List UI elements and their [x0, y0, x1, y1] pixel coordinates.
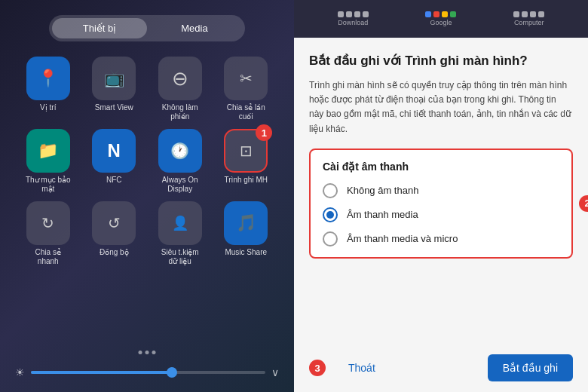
- page-dots: [139, 351, 156, 354]
- qs-nfc[interactable]: N NFC: [85, 129, 144, 194]
- start-record-button[interactable]: Bắt đầu ghi: [488, 354, 573, 381]
- dialog-content: Bắt đầu ghi với Trình ghi màn hình? Trìn…: [294, 38, 588, 344]
- alwayson-icon-bg: 🕐: [158, 129, 202, 173]
- brightness-fill: [31, 371, 172, 374]
- strip-dot: [530, 11, 536, 17]
- strip-dot-red: [433, 11, 439, 17]
- qs-datasaver[interactable]: 👤 Siêu t.kiệm dữ liệu: [151, 201, 210, 266]
- strip-dot-green: [450, 11, 456, 17]
- qs-quickshare-label: Chia sẻ nhanh: [26, 248, 71, 266]
- strip-google-label: Google: [430, 19, 452, 26]
- strip-computer: Computer: [513, 11, 544, 26]
- qs-alwayson[interactable]: 🕐 Always On Display: [151, 129, 210, 194]
- dialog-description: Trình ghi màn hình sẽ có quyền truy cập …: [309, 78, 573, 136]
- radio-inner-2: [326, 211, 334, 219]
- qs-screenrec[interactable]: ⊡ 1 Trình ghi MH: [217, 129, 276, 194]
- qs-location[interactable]: 📍 Vị trí: [19, 57, 78, 121]
- qs-sharelastshot-label: Chia sẻ lần cuối: [223, 103, 268, 121]
- screenrec-icon-bg: ⊡ 1: [224, 129, 268, 173]
- qs-quickshare[interactable]: ↻ Chia sẻ nhanh: [19, 201, 78, 266]
- radio-label-2: Âm thanh media: [347, 209, 418, 220]
- qs-smartview[interactable]: 📺 Smart View: [85, 57, 144, 121]
- musicshare-icon-bg: 🎵: [224, 201, 268, 245]
- cancel-button[interactable]: Thoát: [348, 362, 375, 374]
- qs-sharelastshot[interactable]: ✂ Chia sẻ lần cuối: [217, 57, 276, 121]
- strip-google: Google: [425, 11, 456, 26]
- strip-dot-yellow: [442, 11, 448, 17]
- top-strip: Download Google Computer: [294, 0, 588, 38]
- strip-dot: [354, 11, 360, 17]
- strip-dot: [522, 11, 528, 17]
- qs-screenrec-label: Trình ghi MH: [225, 176, 268, 185]
- strip-download-icons: [338, 11, 369, 17]
- radio-label-3: Âm thanh media và micro: [347, 233, 458, 244]
- qs-nfc-label: NFC: [106, 176, 122, 185]
- qs-secfolder-label: Thư mục bảo mật: [26, 176, 71, 194]
- strip-dot-blue: [425, 11, 431, 17]
- audio-section-wrapper: Cài đặt âm thanh Không âm thanh Âm thanh…: [309, 149, 573, 259]
- qs-donotdisturb[interactable]: ⊖ Không làm phiền: [151, 57, 210, 121]
- qs-datasaver-label: Siêu t.kiệm dữ liệu: [158, 248, 203, 266]
- badge-3: 3: [309, 360, 326, 376]
- radio-circle-2: [323, 207, 338, 222]
- strip-computer-icons: [513, 11, 544, 17]
- quickshare-icon-bg: ↻: [26, 201, 70, 245]
- qs-sync-label: Đồng bộ: [100, 248, 129, 257]
- tab-media[interactable]: Media: [147, 18, 242, 38]
- quick-settings-grid: 📍 Vị trí 📺 Smart View ⊖ Không làm phiền …: [19, 57, 275, 266]
- smartview-icon-bg: 📺: [92, 57, 136, 100]
- datasaver-icon-bg: 👤: [158, 201, 202, 245]
- radio-label-1: Không âm thanh: [347, 185, 418, 196]
- badge-2: 2: [579, 195, 588, 212]
- strip-download-label: Download: [338, 19, 368, 26]
- strip-dot: [538, 11, 544, 17]
- brightness-handle: [167, 367, 177, 378]
- sync-icon-bg: ↺: [92, 201, 136, 245]
- secfolder-icon-bg: 📁: [26, 129, 70, 173]
- dialog-footer: 3 Thoát Bắt đầu ghi: [294, 344, 588, 392]
- chevron-down-icon[interactable]: ∨: [271, 366, 279, 378]
- radio-media-audio[interactable]: Âm thanh media: [323, 207, 559, 222]
- brightness-low-icon: ☀: [15, 366, 25, 378]
- dot-1: [139, 351, 142, 354]
- audio-box-title: Cài đặt âm thanh: [323, 161, 559, 173]
- radio-media-mic[interactable]: Âm thanh media và micro: [323, 231, 559, 247]
- qs-donotdisturb-label: Không làm phiền: [158, 103, 203, 121]
- location-icon-bg: 📍: [26, 57, 70, 100]
- sharelastshot-icon-bg: ✂: [224, 57, 268, 100]
- strip-dot: [513, 11, 519, 17]
- qs-musicshare-label: Music Share: [225, 248, 267, 257]
- dot-3: [152, 351, 156, 354]
- right-panel: Download Google Computer Bắt đầu ghi với…: [294, 0, 588, 392]
- radio-circle-3: [323, 231, 338, 247]
- qs-sync[interactable]: ↺ Đồng bộ: [85, 201, 144, 266]
- brightness-track[interactable]: [31, 371, 265, 374]
- strip-download: Download: [338, 11, 369, 26]
- tabs-container: Thiết bị Media: [49, 15, 245, 41]
- strip-computer-label: Computer: [514, 19, 544, 26]
- strip-dot: [338, 11, 344, 17]
- qs-location-label: Vị trí: [40, 103, 56, 112]
- qs-musicshare[interactable]: 🎵 Music Share: [217, 201, 276, 266]
- brightness-bar: ☀ ∨: [0, 366, 294, 378]
- qs-secfolder[interactable]: 📁 Thư mục bảo mật: [19, 129, 78, 194]
- nfc-icon-bg: N: [92, 129, 136, 173]
- radio-no-audio[interactable]: Không âm thanh: [323, 183, 559, 198]
- badge-1: 1: [256, 124, 272, 141]
- left-panel: Thiết bị Media 📍 Vị trí 📺 Smart View ⊖ K…: [0, 0, 294, 392]
- qs-alwayson-label: Always On Display: [158, 176, 203, 194]
- dot-2: [145, 351, 149, 354]
- strip-dot: [346, 11, 352, 17]
- radio-circle-1: [323, 183, 338, 198]
- qs-smartview-label: Smart View: [95, 103, 133, 112]
- donotdisturb-icon-bg: ⊖: [158, 57, 202, 100]
- dialog-title: Bắt đầu ghi với Trình ghi màn hình?: [309, 53, 573, 69]
- footer-left: 3 Thoát: [309, 360, 375, 376]
- strip-dot: [363, 11, 369, 17]
- audio-settings-box: Cài đặt âm thanh Không âm thanh Âm thanh…: [309, 149, 573, 259]
- strip-google-icons: [425, 11, 456, 17]
- tab-device[interactable]: Thiết bị: [52, 18, 147, 38]
